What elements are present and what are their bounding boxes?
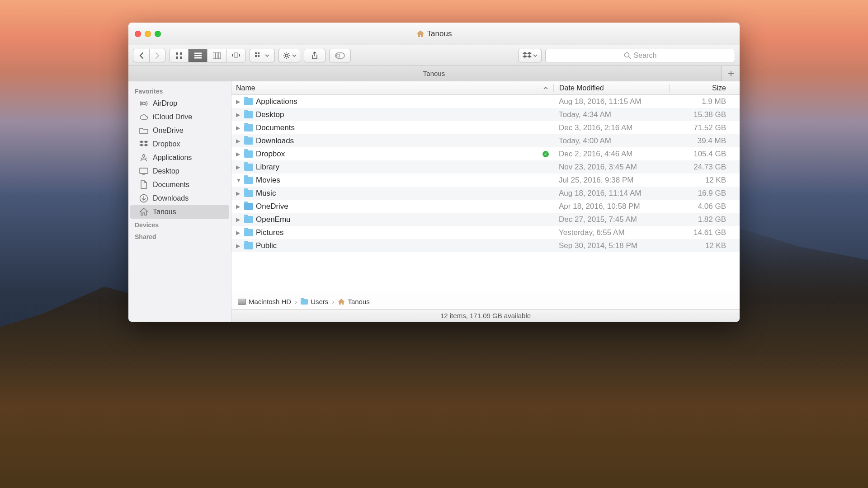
svg-rect-23 — [140, 168, 148, 174]
disclosure-triangle[interactable]: ▶ — [236, 243, 241, 249]
table-row[interactable]: ▶Dropbox✓Dec 2, 2016, 4:46 AM105.4 GB — [231, 147, 740, 160]
svg-rect-10 — [234, 53, 238, 57]
arrange-button[interactable] — [250, 49, 275, 62]
file-size: 39.4 MB — [669, 136, 740, 145]
tags-button[interactable] — [329, 49, 351, 62]
coverflow-view-button[interactable] — [226, 49, 245, 62]
table-row[interactable]: ▶OneDriveApr 18, 2016, 10:58 PM4.06 GB — [231, 200, 740, 213]
share-icon — [311, 52, 318, 60]
sidebar-item-dropbox[interactable]: Dropbox — [130, 137, 229, 151]
path-bar: Macintosh HD›Users›Tanous — [231, 294, 740, 309]
file-date: Aug 18, 2016, 11:14 AM — [553, 189, 669, 198]
path-segment[interactable]: Tanous — [338, 298, 369, 305]
search-placeholder: Search — [634, 52, 657, 60]
disclosure-triangle[interactable]: ▶ — [236, 164, 241, 170]
sidebar-item-desktop[interactable]: Desktop — [130, 164, 229, 178]
disclosure-triangle[interactable]: ▶ — [236, 216, 241, 223]
table-row[interactable]: ▼MoviesJul 25, 2016, 9:38 PM12 KB — [231, 174, 740, 187]
sidebar-item-tanous[interactable]: Tanous — [130, 205, 229, 219]
folder-icon — [244, 190, 253, 197]
home-icon — [338, 298, 345, 305]
status-bar: 12 items, 171.09 GB available — [231, 309, 740, 322]
disclosure-triangle[interactable]: ▶ — [236, 151, 241, 157]
folder-icon — [139, 126, 148, 135]
svg-point-22 — [142, 102, 145, 105]
search-input[interactable]: Search — [545, 49, 735, 62]
disclosure-triangle[interactable]: ▶ — [236, 138, 241, 144]
table-row[interactable]: ▶PublicSep 30, 2014, 5:18 PM12 KB — [231, 239, 740, 252]
table-row[interactable]: ▶PicturesYesterday, 6:55 AM14.61 GB — [231, 226, 740, 239]
column-size[interactable]: Size — [669, 84, 740, 92]
list-view-button[interactable] — [189, 49, 208, 62]
sidebar-item-downloads[interactable]: Downloads — [130, 192, 229, 205]
minimize-button[interactable] — [145, 31, 151, 37]
disclosure-triangle[interactable]: ▶ — [236, 99, 241, 105]
table-row[interactable]: ▶DesktopToday, 4:34 AM15.38 GB — [231, 108, 740, 121]
tab-active[interactable]: Tanous — [423, 70, 445, 77]
path-label: Tanous — [348, 298, 369, 305]
sidebar-section-header[interactable]: Devices — [128, 219, 231, 230]
table-row[interactable]: ▶DownloadsToday, 4:00 AM39.4 MB — [231, 134, 740, 147]
titlebar[interactable]: Tanous — [128, 23, 740, 45]
file-date: Aug 18, 2016, 11:15 AM — [553, 97, 669, 106]
harddrive-icon — [238, 299, 246, 305]
sidebar-item-onedrive[interactable]: OneDrive — [130, 124, 229, 137]
folder-icon — [244, 124, 253, 131]
sidebar-item-documents[interactable]: Documents — [130, 178, 229, 192]
forward-button[interactable] — [149, 49, 165, 62]
sidebar-section-header[interactable]: Favorites — [128, 85, 231, 97]
file-date: Today, 4:00 AM — [553, 136, 669, 145]
disclosure-triangle[interactable]: ▶ — [236, 203, 241, 210]
table-row[interactable]: ▶LibraryNov 23, 2016, 3:45 AM24.73 GB — [231, 160, 740, 174]
column-name[interactable]: Name — [231, 84, 553, 92]
sidebar-item-applications[interactable]: Applications — [130, 151, 229, 164]
folder-icon — [244, 111, 253, 118]
folder-icon — [244, 229, 253, 236]
nav-group — [133, 49, 165, 62]
fullscreen-button[interactable] — [155, 31, 161, 37]
file-size: 16.9 GB — [669, 189, 740, 198]
icon-view-button[interactable] — [170, 49, 189, 62]
table-row[interactable]: ▶DocumentsDec 3, 2016, 2:16 AM71.52 GB — [231, 121, 740, 134]
column-view-button[interactable] — [208, 49, 226, 62]
svg-rect-3 — [180, 56, 182, 59]
new-tab-button[interactable] — [722, 66, 740, 81]
dropbox-toolbar-button[interactable] — [518, 49, 542, 62]
finder-window: Tanous Search Tanous FavoritesAirDropi — [128, 23, 740, 322]
disclosure-triangle[interactable]: ▶ — [236, 190, 241, 197]
column-date[interactable]: Date Modified — [553, 84, 669, 92]
sidebar-item-label: Applications — [153, 154, 192, 162]
back-button[interactable] — [133, 49, 149, 62]
path-segment[interactable]: Macintosh HD — [238, 298, 291, 305]
file-size: 12 KB — [669, 176, 740, 185]
disclosure-triangle[interactable]: ▶ — [236, 230, 241, 236]
close-button[interactable] — [135, 31, 141, 37]
svg-rect-6 — [194, 57, 202, 58]
path-segment[interactable]: Users — [301, 298, 328, 305]
table-row[interactable]: ▶MusicAug 18, 2016, 11:14 AM16.9 GB — [231, 187, 740, 200]
table-row[interactable]: ▶OpenEmuDec 27, 2015, 7:45 AM1.82 GB — [231, 213, 740, 226]
file-size: 4.06 GB — [669, 202, 740, 211]
disclosure-triangle[interactable]: ▶ — [236, 125, 241, 131]
folder-icon — [244, 150, 253, 158]
sidebar-item-label: Desktop — [153, 167, 179, 175]
gear-icon — [283, 52, 291, 60]
file-date: Dec 3, 2016, 2:16 AM — [553, 123, 669, 132]
disclosure-triangle[interactable]: ▼ — [236, 177, 241, 183]
sidebar-item-label: OneDrive — [153, 127, 184, 135]
sidebar-item-airdrop[interactable]: AirDrop — [130, 97, 229, 110]
sidebar-item-icloud-drive[interactable]: iCloud Drive — [130, 110, 229, 124]
share-button[interactable] — [304, 49, 326, 62]
folder-icon — [244, 203, 253, 210]
file-size: 71.52 GB — [669, 123, 740, 132]
sidebar-section-header[interactable]: Shared — [128, 230, 231, 242]
disclosure-triangle[interactable]: ▶ — [236, 112, 241, 118]
home-icon — [139, 207, 148, 216]
folder-icon — [244, 164, 253, 171]
sidebar-item-label: Dropbox — [153, 140, 180, 148]
sync-check-icon: ✓ — [542, 151, 549, 157]
table-row[interactable]: ▶ApplicationsAug 18, 2016, 11:15 AM1.9 M… — [231, 95, 740, 108]
traffic-lights — [128, 31, 161, 37]
svg-rect-14 — [258, 52, 259, 54]
action-button[interactable] — [278, 49, 300, 62]
